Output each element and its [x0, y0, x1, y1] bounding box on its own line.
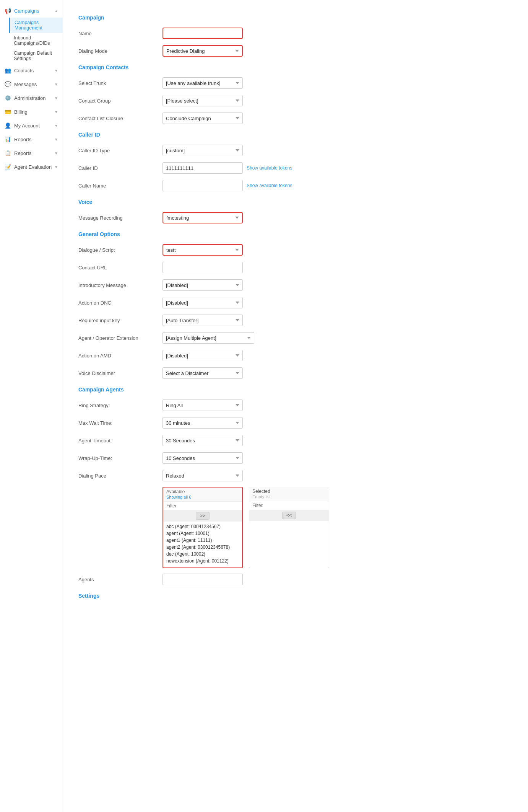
name-input[interactable]: [162, 28, 243, 39]
introductory-message-row: Introductory Message [Disabled]: [78, 279, 513, 292]
select-trunk-label: Select Trunk: [78, 80, 162, 86]
megaphone-icon: 📢: [5, 8, 11, 14]
agent-operator-label: Agent / Operator Extension: [78, 335, 162, 341]
required-input-select[interactable]: [Auto Transfer]: [162, 315, 243, 326]
list-item[interactable]: abc (Agent: 03041234567): [166, 523, 239, 530]
sidebar: 📢 Campaigns ▲ Campaigns Management Inbou…: [0, 0, 63, 812]
action-dnc-label: Action on DNC: [78, 300, 162, 306]
contact-list-closure-select[interactable]: Conclude Campaign: [162, 113, 243, 124]
introductory-message-select[interactable]: [Disabled]: [162, 279, 243, 291]
wrap-up-select[interactable]: 10 Secondes: [162, 452, 243, 464]
sidebar-item-campaign-defaults[interactable]: Campaign Default Settings: [9, 48, 63, 64]
action-dnc-select[interactable]: [Disabled]: [162, 297, 243, 308]
sidebar-item-contacts[interactable]: 👥 Contacts ▼: [0, 64, 63, 77]
sidebar-item-campaigns-management[interactable]: Campaigns Management: [9, 18, 63, 33]
agent-timeout-select[interactable]: 30 Secondes: [162, 435, 243, 446]
agents-row: Agents: [78, 573, 513, 586]
selected-agents-list: [249, 521, 329, 567]
message-recording-label: Message Recording: [78, 215, 162, 221]
max-wait-select[interactable]: 30 minutes: [162, 417, 243, 429]
agent-timeout-row: Agent Timeout: 30 Secondes: [78, 434, 513, 447]
sidebar-campaigns-label: Campaigns: [14, 8, 39, 14]
agent-operator-row: Agent / Operator Extension [Assign Multi…: [78, 331, 513, 344]
message-recording-row: Message Recording fmctesting: [78, 211, 513, 224]
available-filter-input[interactable]: [163, 502, 242, 510]
caller-name-label: Caller Name: [78, 183, 162, 189]
sidebar-item-messages[interactable]: 💬 Messages ▼: [0, 77, 63, 91]
agents-label: Agents: [78, 577, 162, 582]
list-item[interactable]: dec (Agent: 10002): [166, 551, 239, 558]
agent-operator-select[interactable]: [Assign Multiple Agent]: [162, 332, 254, 344]
list-item[interactable]: agent1 (Agent: 11111): [166, 537, 239, 544]
selected-agents-box: Selected Empty list <<: [249, 487, 329, 568]
contact-group-row: Contact Group [Please select]: [78, 94, 513, 107]
dialing-mode-select[interactable]: Predictive Dialing: [162, 45, 243, 57]
caller-id-type-select[interactable]: [custom]: [162, 145, 243, 156]
transfer-all-btn-container: >>: [163, 510, 242, 522]
reports2-icon: 📋: [5, 150, 11, 156]
transfer-back-btn-container: <<: [249, 510, 329, 521]
sidebar-item-inbound-campaigns[interactable]: Inbound Campaigns/DIDs: [9, 33, 63, 48]
list-item[interactable]: agent2 (Agent: 030012345678): [166, 544, 239, 551]
agents-input[interactable]: [162, 574, 243, 585]
settings-section-header: Settings: [78, 593, 513, 600]
action-amd-row: Action on AMD [Disabled]: [78, 349, 513, 362]
transfer-back-button[interactable]: <<: [282, 512, 296, 519]
list-item[interactable]: agent (Agent: 10001): [166, 530, 239, 537]
sidebar-item-administration[interactable]: ⚙️ Administration ▼: [0, 91, 63, 105]
voice-disclaimer-select[interactable]: Select a Disclaimer: [162, 367, 243, 379]
sidebar-item-reports2[interactable]: 📋 Reports ▼: [0, 146, 63, 160]
voice-disclaimer-row: Voice Disclaimer Select a Disclaimer: [78, 367, 513, 380]
dialogue-script-select[interactable]: testt: [162, 244, 243, 256]
sidebar-reports2-label: Reports: [14, 150, 32, 156]
required-input-row: Required input key [Auto Transfer]: [78, 314, 513, 327]
showing-all: Showing all 6: [166, 495, 191, 499]
selected-filter-input[interactable]: [249, 501, 329, 510]
empty-list-label: Empty list: [252, 494, 271, 499]
ring-strategy-select[interactable]: Ring All: [162, 399, 243, 411]
dialing-pace-label: Dialing Pace: [78, 473, 162, 479]
sidebar-item-reports1[interactable]: 📊 Reports ▼: [0, 132, 63, 146]
campaigns-submenu: Campaigns Management Inbound Campaigns/D…: [0, 18, 63, 64]
select-trunk-select[interactable]: [Use any available trunk]: [162, 77, 243, 89]
dialing-pace-row: Dialing Pace Relaxed: [78, 469, 513, 482]
caller-id-input[interactable]: [162, 162, 243, 174]
ring-strategy-label: Ring Strategy:: [78, 403, 162, 408]
introductory-message-label: Introductory Message: [78, 282, 162, 288]
select-trunk-row: Select Trunk [Use any available trunk]: [78, 77, 513, 90]
sidebar-myaccount-label: My Account: [14, 123, 40, 129]
contact-group-select[interactable]: [Please select]: [162, 95, 243, 106]
contact-list-closure-label: Contact List Closure: [78, 116, 162, 121]
wrap-up-label: Wrap-Up-Time:: [78, 455, 162, 461]
contact-url-input[interactable]: [162, 262, 243, 273]
caller-id-type-label: Caller ID Type: [78, 148, 162, 153]
caller-name-input[interactable]: [162, 180, 243, 191]
dialing-mode-label: Dialing Mode: [78, 48, 162, 54]
caller-id-section-header: Caller ID: [78, 132, 513, 139]
contact-url-label: Contact URL: [78, 265, 162, 271]
contact-url-row: Contact URL: [78, 261, 513, 274]
sidebar-reports1-label: Reports: [14, 137, 32, 142]
message-recording-select[interactable]: fmctesting: [162, 212, 243, 223]
caller-id-label: Caller ID: [78, 165, 162, 171]
contact-group-label: Contact Group: [78, 98, 162, 104]
transfer-all-button[interactable]: >>: [196, 512, 210, 520]
sidebar-item-billing[interactable]: 💳 Billing ▼: [0, 105, 63, 119]
sidebar-item-agent-eval[interactable]: 📝 Agent Evaluation ▼: [0, 160, 63, 174]
available-label: Available: [166, 489, 185, 494]
action-amd-select[interactable]: [Disabled]: [162, 350, 243, 361]
sidebar-item-campaigns[interactable]: 📢 Campaigns ▲: [0, 4, 63, 18]
caller-id-row: Caller ID Show available tokens: [78, 161, 513, 174]
dialing-pace-select[interactable]: Relaxed: [162, 470, 243, 481]
list-item[interactable]: newextension (Agent: 001122): [166, 558, 239, 564]
chevron-down-icon7: ▼: [54, 151, 58, 155]
show-tokens-link-2[interactable]: Show available tokens: [247, 183, 292, 188]
chevron-down-icon2: ▼: [54, 82, 58, 86]
sidebar-item-myaccount[interactable]: 👤 My Account ▼: [0, 119, 63, 132]
voice-disclaimer-label: Voice Disclaimer: [78, 370, 162, 376]
show-tokens-link-1[interactable]: Show available tokens: [247, 165, 292, 171]
dialing-mode-row: Dialing Mode Predictive Dialing: [78, 44, 513, 57]
chevron-down-icon4: ▼: [54, 110, 58, 114]
max-wait-row: Max Wait Time: 30 minutes: [78, 416, 513, 429]
account-icon: 👤: [5, 122, 11, 129]
